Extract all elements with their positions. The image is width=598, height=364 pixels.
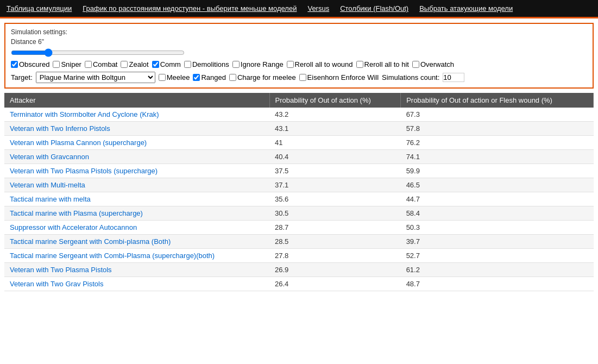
simcount-label: Simulations count: [382, 73, 439, 81]
cb-reroll-wound[interactable] [287, 61, 294, 68]
top-navigation: Таблица симуляции График по расстояниям … [0, 0, 598, 18]
cb-ranged[interactable] [193, 74, 200, 81]
results-table: Attacker Probability of Out of action (%… [4, 93, 594, 291]
label-demolitions[interactable]: Demolitions [184, 60, 229, 68]
checkboxes-row: Obscured Sniper Combat Zealot Comm Demol… [11, 60, 587, 68]
label-sniper[interactable]: Sniper [53, 60, 81, 68]
attacker-cell[interactable]: Veteran with Two Inferno Pistols [4, 121, 269, 135]
cb-ignore-range[interactable] [232, 61, 240, 68]
table-row: Tactical marine Sergeant with Combi-plas… [4, 234, 594, 248]
ooa-fw-cell: 57.8 [401, 121, 594, 135]
attacker-cell[interactable]: Veteran with Two Plasma Pistols [4, 262, 269, 277]
table-row: Tactical marine Sergeant with Combi-Plas… [4, 248, 594, 262]
attacker-cell[interactable]: Veteran with Multi-melta [4, 178, 269, 192]
table-row: Veteran with Gravcannon40.474.1 [4, 149, 594, 164]
label-meelee[interactable]: Meelee [159, 73, 190, 81]
ooa-cell: 37.5 [269, 164, 401, 178]
ooa-fw-cell: 52.7 [401, 248, 594, 262]
label-zealot[interactable]: Zealot [121, 60, 148, 68]
label-overwatch[interactable]: Overwatch [412, 60, 454, 68]
table-row: Terminator with Stormbolter And Cyclone … [4, 108, 594, 122]
ooa-fw-cell: 76.2 [401, 135, 594, 149]
attacker-cell[interactable]: Veteran with Plasma Cannon (supercharge) [4, 135, 269, 149]
label-ranged[interactable]: Ranged [193, 73, 226, 81]
ooa-cell: 27.8 [269, 248, 401, 262]
table-body: Terminator with Stormbolter And Cyclone … [4, 108, 594, 291]
cb-overwatch[interactable] [412, 61, 419, 68]
ooa-fw-cell: 67.3 [401, 108, 594, 122]
ooa-fw-cell: 39.7 [401, 234, 594, 248]
ooa-fw-cell: 58.4 [401, 206, 594, 220]
label-comm[interactable]: Comm [152, 60, 181, 68]
attacker-cell[interactable]: Terminator with Stormbolter And Cyclone … [4, 108, 269, 122]
table-row: Veteran with Two Inferno Pistols43.157.8 [4, 121, 594, 135]
attacker-cell[interactable]: Tactical marine Sergeant with Combi-plas… [4, 234, 269, 248]
cb-combat[interactable] [85, 61, 92, 68]
ooa-fw-cell: 61.2 [401, 262, 594, 277]
table-row: Veteran with Two Plasma Pistols26.961.2 [4, 262, 594, 277]
table-header-row: Attacker Probability of Out of action (%… [4, 93, 594, 108]
cb-sniper[interactable] [53, 61, 60, 68]
cb-zealot[interactable] [121, 61, 128, 68]
attacker-cell[interactable]: Tactical marine Sergeant with Combi-Plas… [4, 248, 269, 262]
label-ignore-range[interactable]: Ignore Range [232, 60, 284, 68]
attacker-cell[interactable]: Veteran with Gravcannon [4, 149, 269, 164]
table-row: Tactical marine with melta35.644.7 [4, 192, 594, 206]
attacker-cell[interactable]: Veteran with Two Plasma Pistols (superch… [4, 164, 269, 178]
nav-columns[interactable]: Столбики (Flash/Out) [340, 4, 408, 12]
nav-select-attackers[interactable]: Выбрать атакующие модели [419, 4, 513, 12]
table-row: Veteran with Plasma Cannon (supercharge)… [4, 135, 594, 149]
ooa-fw-cell: 59.9 [401, 164, 594, 178]
cb-eisenhorn[interactable] [299, 74, 306, 81]
cb-obscured[interactable] [11, 61, 18, 68]
ooa-fw-cell: 48.7 [401, 277, 594, 291]
label-reroll-wound[interactable]: Reroll all to wound [287, 60, 353, 68]
attacker-cell[interactable]: Tactical marine with Plasma (supercharge… [4, 206, 269, 220]
label-combat[interactable]: Combat [85, 60, 118, 68]
ooa-cell: 43.2 [269, 108, 401, 122]
ooa-fw-cell: 74.1 [401, 149, 594, 164]
simcount-input[interactable] [443, 73, 464, 82]
nav-simulation-table[interactable]: Таблица симуляции [7, 4, 72, 12]
nav-distance-chart[interactable]: График по расстояниям недоступен - выбер… [83, 4, 297, 12]
target-select[interactable]: Plague Marine with Boltgun [36, 72, 155, 83]
ooa-cell: 26.9 [269, 262, 401, 277]
ooa-cell: 28.7 [269, 220, 401, 234]
table-row: Suppressor with Accelerator Autocannon28… [4, 220, 594, 234]
ooa-cell: 30.5 [269, 206, 401, 220]
label-reroll-hit[interactable]: Reroll all to hit [356, 60, 409, 68]
ooa-fw-cell: 44.7 [401, 192, 594, 206]
label-charge-meelee[interactable]: Charge for meelee [229, 73, 296, 81]
ooa-cell: 26.4 [269, 277, 401, 291]
nav-versus[interactable]: Versus [307, 4, 329, 12]
attacker-cell[interactable]: Suppressor with Accelerator Autocannon [4, 220, 269, 234]
table-row: Veteran with Multi-melta37.146.5 [4, 178, 594, 192]
label-eisenhorn[interactable]: Eisenhorn Enforce Will [299, 73, 379, 81]
table-row: Tactical marine with Plasma (supercharge… [4, 206, 594, 220]
col-ooa: Probability of Out of action (%) [269, 93, 401, 108]
attacker-cell[interactable]: Veteran with Two Grav Pistols [4, 277, 269, 291]
col-attacker: Attacker [4, 93, 269, 108]
ooa-fw-cell: 46.5 [401, 178, 594, 192]
ooa-cell: 40.4 [269, 149, 401, 164]
settings-panel: Simulation settings: Distance 6" Obscure… [4, 23, 594, 89]
label-obscured[interactable]: Obscured [11, 60, 49, 68]
table-row: Veteran with Two Grav Pistols26.448.7 [4, 277, 594, 291]
distance-slider[interactable] [11, 48, 185, 57]
attacker-cell[interactable]: Tactical marine with melta [4, 192, 269, 206]
distance-label: Distance 6" [11, 38, 587, 46]
ooa-cell: 41 [269, 135, 401, 149]
col-ooa-fw: Probability of Out of action or Flesh wo… [401, 93, 594, 108]
cb-comm[interactable] [152, 61, 159, 68]
ooa-cell: 35.6 [269, 192, 401, 206]
ooa-cell: 37.1 [269, 178, 401, 192]
ooa-fw-cell: 50.3 [401, 220, 594, 234]
target-row: Target: Plague Marine with Boltgun Meele… [11, 72, 587, 83]
ooa-cell: 28.5 [269, 234, 401, 248]
cb-demolitions[interactable] [184, 61, 191, 68]
table-row: Veteran with Two Plasma Pistols (superch… [4, 164, 594, 178]
cb-meelee[interactable] [159, 74, 166, 81]
cb-charge-meelee[interactable] [229, 74, 236, 81]
settings-title: Simulation settings: [11, 28, 587, 36]
cb-reroll-hit[interactable] [356, 61, 363, 68]
